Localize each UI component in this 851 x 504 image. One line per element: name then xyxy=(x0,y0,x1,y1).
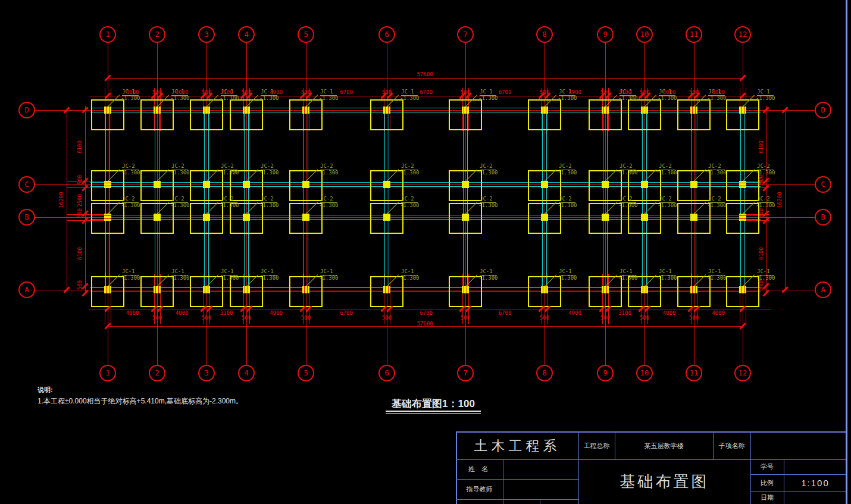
column-block-red-line xyxy=(543,286,543,293)
column-block xyxy=(641,181,648,188)
column-block xyxy=(602,107,609,114)
foundation-elevation-label: -1.300 xyxy=(170,95,190,101)
grid-bubble-left-A: A xyxy=(18,281,35,298)
column-block-red-line xyxy=(208,286,208,293)
foundation-square xyxy=(628,99,661,130)
dim-label-bay-bottom: 4900 xyxy=(568,310,581,316)
dim-line-chain-bottom xyxy=(89,309,771,309)
column-block-red-line xyxy=(739,183,746,183)
cad-drawing-canvas: 说明: 1.本工程±0.000相当于绝对标高+5.410m,基础底标高为-2.3… xyxy=(0,0,851,504)
column-block-red-line xyxy=(158,286,159,293)
dim-label-bay-bottom: 4000 xyxy=(663,310,676,316)
foundation-elevation-label: -1.300 xyxy=(707,202,727,208)
column-block xyxy=(690,107,697,114)
column-block-red-line xyxy=(248,107,248,114)
foundation-square xyxy=(140,99,174,130)
column-block-red-line xyxy=(304,286,305,293)
foundation-elevation-label: -1.300 xyxy=(478,202,498,208)
column-block xyxy=(154,214,161,221)
dim-label-bay-top: 4000 xyxy=(126,89,139,95)
column-block-red-line xyxy=(739,215,746,216)
column-block xyxy=(739,214,746,221)
column-block-red-line xyxy=(106,286,107,293)
dim-label-500: 500 xyxy=(301,89,311,95)
foundation-square xyxy=(230,99,263,130)
dim-label-bay-bottom: 6700 xyxy=(420,310,433,316)
dim-label-500: 500 xyxy=(689,89,699,95)
column-block-red-line xyxy=(464,286,464,293)
dim-label-row: 6100 xyxy=(758,140,764,154)
dim-label-bay-top: 4900 xyxy=(270,89,283,95)
notes-line-1: 1.本工程±0.000相当于绝对标高+5.410m,基础底标高为-2.300m。 xyxy=(37,396,243,406)
dim-tick xyxy=(762,290,769,296)
titleblock-subitem-label: 子项名称 xyxy=(713,432,750,459)
foundation-square xyxy=(528,99,561,130)
dim-label-500: 500 xyxy=(689,315,699,321)
drawing-title: 基础布置图1：100 xyxy=(356,397,511,411)
column-block-red-line xyxy=(109,286,109,293)
column-block-red-line xyxy=(245,286,245,293)
column-block xyxy=(690,214,697,221)
column-block-red-line xyxy=(606,286,607,293)
foundation-elevation-label: -1.300 xyxy=(478,275,498,281)
foundation-elevation-label: -1.300 xyxy=(658,202,677,208)
dim-label-500: 500 xyxy=(461,315,470,321)
column-block xyxy=(602,286,609,293)
column-block xyxy=(154,107,161,114)
column-block xyxy=(462,286,469,293)
foundation-square xyxy=(190,99,223,130)
titleblock-date-label: 日期 xyxy=(750,491,784,504)
foundation-elevation-label: -1.300 xyxy=(707,275,727,281)
dim-label-bay-top: 6700 xyxy=(340,89,353,95)
foundation-elevation-label: -1.300 xyxy=(558,170,577,176)
dim-label-500: 500 xyxy=(242,89,251,95)
column-block xyxy=(690,181,697,188)
foundation-elevation-label: -1.300 xyxy=(220,275,239,281)
grid-bubble-top-6: 6 xyxy=(378,26,395,43)
column-block xyxy=(302,181,309,188)
grid-bubble-bottom-12: 12 xyxy=(734,365,751,381)
dim-label-bay-bottom: 4000 xyxy=(126,310,139,316)
foundation-elevation-label: -1.300 xyxy=(618,202,638,208)
column-block-red-line xyxy=(741,286,742,293)
dim-label-500: 500 xyxy=(152,315,162,321)
grid-bubble-top-8: 8 xyxy=(536,26,553,43)
foundation-elevation-label: -1.300 xyxy=(558,202,577,208)
foundation-square xyxy=(91,99,124,130)
foundation-elevation-label: -1.300 xyxy=(756,202,775,208)
column-block xyxy=(203,107,210,114)
column-block xyxy=(104,286,111,293)
dim-label-row: 6100 xyxy=(77,247,83,260)
titleblock-name-label: 姓 名 xyxy=(456,459,503,479)
foundation-elevation-label: -1.300 xyxy=(319,202,339,208)
column-block xyxy=(739,107,746,114)
column-block xyxy=(739,286,746,293)
foundation-elevation-label: -1.300 xyxy=(618,170,638,176)
column-block-red-line xyxy=(307,286,308,293)
column-block xyxy=(302,214,309,221)
column-block xyxy=(203,214,210,221)
grid-bubble-top-4: 4 xyxy=(238,26,255,43)
foundation-elevation-label: -1.300 xyxy=(618,95,638,101)
grid-bubble-bottom-1: 1 xyxy=(99,365,116,381)
column-block xyxy=(541,181,548,188)
foundation-elevation-label: -1.300 xyxy=(618,275,638,281)
titleblock-scale-label: 比例 xyxy=(750,474,784,491)
dim-label-500: 500 xyxy=(600,315,610,321)
column-block-red-line xyxy=(385,107,386,114)
grid-bubble-bottom-2: 2 xyxy=(149,365,165,381)
dim-line-overall-top xyxy=(108,78,743,79)
column-block-red-line xyxy=(739,186,746,186)
titleblock-project-name: 某五层教学楼 xyxy=(615,432,713,459)
foundation-elevation-label: -1.300 xyxy=(707,170,727,176)
drawing-title-underline-thick xyxy=(386,411,481,412)
foundation-elevation-label: -1.300 xyxy=(170,170,190,176)
titleblock-project-label: 工程总称 xyxy=(578,432,615,459)
grid-bubble-bottom-4: 4 xyxy=(238,365,255,381)
foundation-elevation-label: -1.300 xyxy=(121,95,140,101)
dim-label-overall-bottom: 57600 xyxy=(417,321,433,327)
foundation-elevation-label: -1.300 xyxy=(259,95,279,101)
foundation-elevation-label: -1.300 xyxy=(170,202,190,208)
grid-bubble-right-D: D xyxy=(815,102,831,118)
column-block-red-line xyxy=(248,286,248,293)
